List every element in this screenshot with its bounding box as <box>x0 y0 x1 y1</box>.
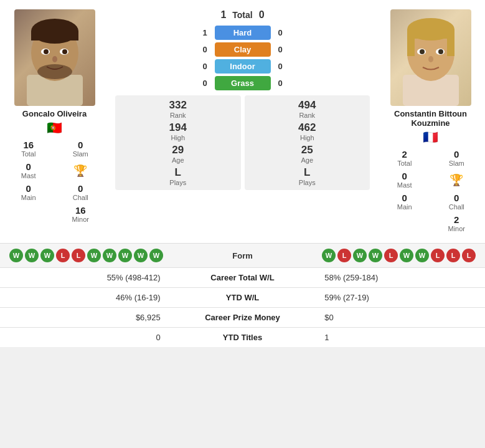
left-minor-cell: 16 Minor <box>55 204 106 224</box>
career-total-right: 58% (259-184) <box>315 268 485 288</box>
right-minor-cell: 2 Minor <box>431 213 483 234</box>
main-container: Goncalo Oliveira 🇵🇹 16 Total 0 Slam 0 Ma… <box>0 0 485 347</box>
h2h-left-score: 1 <box>220 9 226 21</box>
hard-right-score: 0 <box>276 28 285 37</box>
svg-point-10 <box>37 64 72 79</box>
left-form-badge-0: W <box>9 249 23 262</box>
clay-surface-button[interactable]: Clay <box>215 42 271 57</box>
hard-left-score: 1 <box>200 28 210 37</box>
svg-point-20 <box>420 49 425 54</box>
left-player-flag: 🇵🇹 <box>47 120 62 135</box>
left-plays-item: L Plays <box>169 166 186 186</box>
right-form-badge-9: L <box>462 249 476 262</box>
left-trophy-icon: 🏆 <box>73 164 87 178</box>
right-age-item: 25 Age <box>301 144 313 164</box>
right-form-badge-5: W <box>400 249 413 262</box>
right-form-badge-4: L <box>384 249 398 262</box>
left-form-badges: WWWLLWWWWW <box>9 249 163 262</box>
ytd-titles-label: YTD Titles <box>170 328 316 348</box>
svg-point-22 <box>428 56 433 62</box>
left-high-item: 194 High <box>169 122 187 141</box>
right-main-cell: 0 Main <box>379 191 430 212</box>
left-form-badge-3: L <box>56 249 70 262</box>
left-slam-cell: 0 Slam <box>55 138 106 159</box>
indoor-surface-button[interactable]: Indoor <box>215 59 271 74</box>
right-high-item: 462 High <box>298 122 316 141</box>
right-player-flag: 🇫🇷 <box>423 130 438 145</box>
right-slam-cell: 0 Slam <box>431 148 483 168</box>
right-player-name: Constantin Bittoun Kouzmine <box>379 109 482 128</box>
left-chall-cell: 0 Chall <box>55 182 106 203</box>
right-trophy-icon: 🏆 <box>450 173 463 187</box>
h2h-label: Total <box>232 10 252 20</box>
h2h-right-score: 0 <box>259 9 265 21</box>
left-form-badge-6: W <box>103 249 116 262</box>
right-mast-cell: 0 Mast <box>379 169 430 190</box>
left-plays-row: L Plays <box>119 166 237 186</box>
ytd-wl-label: YTD W/L <box>170 288 316 308</box>
career-prize-left: $6,925 <box>0 308 170 328</box>
career-prize-label: Career Prize Money <box>170 308 316 328</box>
svg-point-8 <box>62 49 67 54</box>
career-prize-row: $6,925 Career Prize Money $0 <box>0 308 485 328</box>
right-form-badge-1: L <box>337 249 351 262</box>
left-form-badge-1: W <box>25 249 39 262</box>
left-player-name: Goncalo Oliveira <box>22 109 87 118</box>
left-high-row: 194 High <box>119 122 237 141</box>
left-main-cell: 0 Main <box>3 182 54 203</box>
right-form-badge-7: L <box>431 249 445 262</box>
clay-left-score: 0 <box>200 45 210 54</box>
left-mast-cell: 0 Mast <box>3 160 54 181</box>
career-prize-right: $0 <box>315 308 485 328</box>
grass-right-score: 0 <box>276 79 285 88</box>
grass-surface-button[interactable]: Grass <box>215 76 271 90</box>
left-player-card: Goncalo Oliveira 🇵🇹 16 Total 0 Slam 0 Ma… <box>0 6 109 237</box>
clay-surface-row: 0 Clay 0 <box>112 42 373 57</box>
right-player-photo <box>390 9 471 106</box>
career-total-row: 55% (498-412) Career Total W/L 58% (259-… <box>0 268 485 288</box>
right-center-stat-panel: 494 Rank 462 High 25 Age <box>245 95 370 190</box>
form-label: Form <box>232 251 253 260</box>
ytd-titles-right: 1 <box>315 328 485 348</box>
right-chall-cell: 0 Chall <box>431 191 483 212</box>
right-form-badge-2: W <box>353 249 367 262</box>
svg-point-9 <box>52 56 57 62</box>
left-form-badge-4: L <box>72 249 85 262</box>
right-player-card: Constantin Bittoun Kouzmine 🇫🇷 2 Total 0… <box>376 6 485 237</box>
indoor-surface-row: 0 Indoor 0 <box>112 59 373 74</box>
career-total-label: Career Total W/L <box>170 268 316 288</box>
grass-surface-row: 0 Grass 0 <box>112 76 373 90</box>
right-rank-item: 494 Rank <box>298 99 316 119</box>
left-center-stat-panel: 332 Rank 194 High 29 Age <box>115 95 241 190</box>
grass-left-score: 0 <box>200 79 210 88</box>
player-section: Goncalo Oliveira 🇵🇹 16 Total 0 Slam 0 Ma… <box>0 0 485 243</box>
right-total-cell: 2 Total <box>379 148 430 168</box>
svg-point-7 <box>44 49 49 54</box>
ytd-wl-left: 46% (16-19) <box>0 288 170 308</box>
left-rank-item: 332 Rank <box>169 99 187 119</box>
form-section: WWWLLWWWWW Form WLWWLWWLLL <box>0 243 485 267</box>
right-high-row: 462 High <box>248 122 367 141</box>
left-rank-row: 332 Rank <box>119 99 237 119</box>
svg-rect-4 <box>31 31 78 41</box>
ytd-titles-left: 0 <box>0 328 170 348</box>
indoor-right-score: 0 <box>276 62 285 71</box>
svg-rect-17 <box>447 31 454 56</box>
ytd-wl-row: 46% (16-19) YTD W/L 59% (27-19) <box>0 288 485 308</box>
right-form-badge-6: W <box>415 249 429 262</box>
right-form-badges: WLWWLWWLLL <box>322 249 476 262</box>
left-age-item: 29 Age <box>172 144 184 164</box>
center-stat-panels: 332 Rank 194 High 29 Age <box>112 95 373 190</box>
left-form-badge-5: W <box>87 249 101 262</box>
left-form-badge-8: W <box>134 249 148 262</box>
clay-right-score: 0 <box>276 45 285 54</box>
hard-surface-button[interactable]: Hard <box>215 26 271 40</box>
left-age-row: 29 Age <box>119 144 237 164</box>
svg-point-21 <box>438 49 443 54</box>
right-player-stats: 2 Total 0 Slam 0 Mast 🏆 0 Main <box>379 148 482 234</box>
ytd-wl-right: 59% (27-19) <box>315 288 485 308</box>
hard-surface-row: 1 Hard 0 <box>112 26 373 40</box>
right-trophy-cell: 🏆 <box>431 169 483 190</box>
indoor-left-score: 0 <box>200 62 210 71</box>
right-plays-row: L Plays <box>248 166 367 186</box>
